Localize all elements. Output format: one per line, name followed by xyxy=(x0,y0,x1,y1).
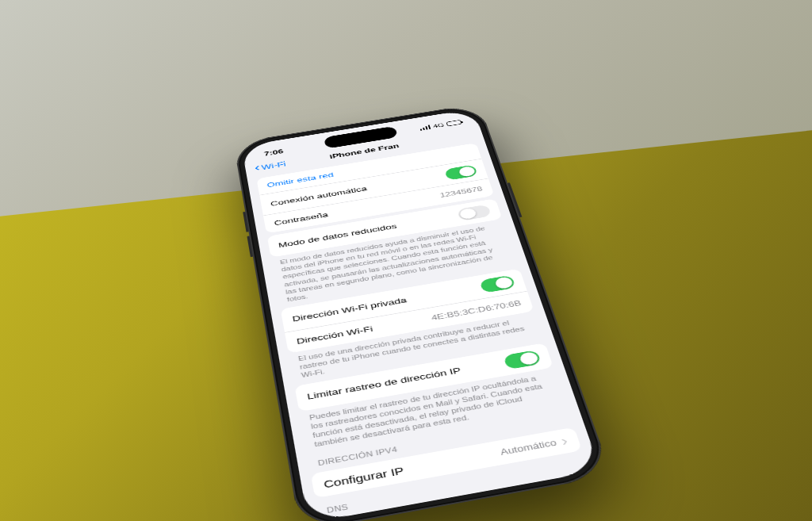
back-label: Wi-Fi xyxy=(261,160,286,171)
private-addr-toggle[interactable] xyxy=(479,274,515,293)
auto-connect-toggle[interactable] xyxy=(444,164,477,180)
network-type-label: 4G xyxy=(432,122,445,129)
low-data-toggle[interactable] xyxy=(457,204,492,220)
chevron-right-icon xyxy=(554,435,569,448)
configure-ip-value: Automático xyxy=(500,438,558,457)
battery-icon xyxy=(446,120,462,126)
password-value: 12345678 xyxy=(439,185,484,198)
status-time: 7:06 xyxy=(263,147,284,157)
cellular-signal-icon xyxy=(419,125,431,131)
password-label: Contraseña xyxy=(274,210,329,226)
chevron-left-icon xyxy=(254,164,261,173)
limit-ip-toggle[interactable] xyxy=(503,349,541,369)
